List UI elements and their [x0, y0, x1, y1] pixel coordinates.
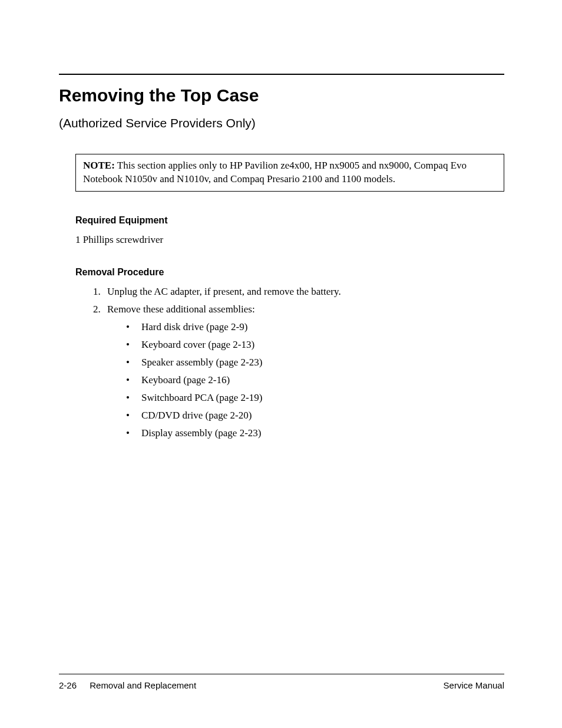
top-rule: [59, 74, 504, 75]
page-footer: 2-26 Removal and Replacement Service Man…: [59, 674, 504, 690]
step-number: 2.: [93, 304, 101, 315]
heading-required-equipment: Required Equipment: [75, 215, 504, 226]
assembly-text: CD/DVD drive (page 2-20): [141, 410, 252, 421]
assembly-text: Switchboard PCA (page 2-19): [141, 392, 262, 403]
note-text: This section applies only to HP Pavilion…: [83, 160, 467, 185]
step-1: 1. Unplug the AC adapter, if present, an…: [93, 286, 504, 298]
list-item: Speaker assembly (page 2-23): [125, 357, 504, 368]
page-content: Removing the Top Case (Authorized Servic…: [59, 74, 504, 445]
note-label: NOTE:: [83, 160, 115, 171]
heading-removal-procedure: Removal Procedure: [75, 267, 504, 278]
assembly-text: Keyboard cover (page 2-13): [141, 339, 254, 350]
list-item: CD/DVD drive (page 2-20): [125, 410, 504, 421]
step-2: 2. Remove these additional assemblies: H…: [93, 304, 504, 439]
footer-right: Service Manual: [444, 680, 504, 690]
equipment-item: 1 Phillips screwdriver: [75, 234, 504, 246]
assembly-text: Display assembly (page 2-23): [141, 427, 261, 439]
list-item: Hard disk drive (page 2-9): [125, 321, 504, 333]
step-number: 1.: [93, 286, 101, 298]
step-text: Unplug the AC adapter, if present, and r…: [107, 286, 341, 297]
page-number: 2-26: [59, 680, 77, 690]
assembly-text: Hard disk drive (page 2-9): [141, 321, 247, 332]
list-item: Display assembly (page 2-23): [125, 427, 504, 439]
footer-section: Removal and Replacement: [90, 680, 196, 690]
step-text: Remove these additional assemblies:: [107, 304, 255, 315]
assembly-text: Speaker assembly (page 2-23): [141, 357, 262, 368]
note-box: NOTE: This section applies only to HP Pa…: [75, 154, 504, 192]
list-item: Keyboard (page 2-16): [125, 374, 504, 386]
page-subtitle: (Authorized Service Providers Only): [59, 116, 504, 130]
list-item: Keyboard cover (page 2-13): [125, 339, 504, 351]
procedure-steps: 1. Unplug the AC adapter, if present, an…: [93, 286, 504, 439]
footer-left: 2-26 Removal and Replacement: [59, 680, 196, 690]
assembly-text: Keyboard (page 2-16): [141, 374, 230, 386]
list-item: Switchboard PCA (page 2-19): [125, 392, 504, 404]
page-title: Removing the Top Case: [59, 85, 504, 106]
assemblies-list: Hard disk drive (page 2-9) Keyboard cove…: [125, 321, 504, 439]
footer-rule: [59, 674, 504, 674]
